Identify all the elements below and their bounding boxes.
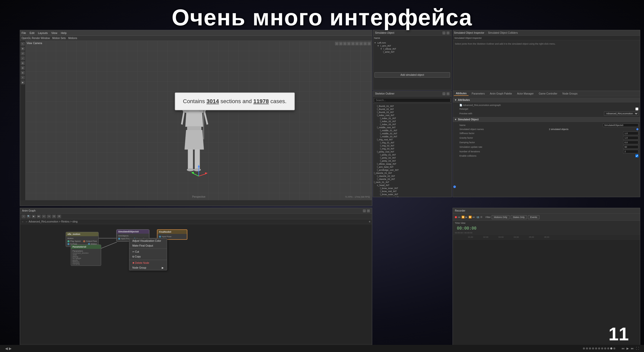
tool-select[interactable]: ↖ xyxy=(21,42,25,46)
recorder-prev[interactable]: ⏮ xyxy=(458,216,460,218)
breadcrumb-nav-fwd[interactable]: → xyxy=(25,220,28,223)
ag-step-icon[interactable]: ⏭ xyxy=(37,215,41,218)
nav-media-prev[interactable]: ⏮ xyxy=(621,347,624,350)
recorder-settings[interactable]: ⚙ xyxy=(480,216,482,218)
tool-grid[interactable]: ⊞ xyxy=(21,61,25,65)
skel-ring03[interactable]: l_ring_03_INT xyxy=(374,147,451,150)
damping-input[interactable] xyxy=(623,141,638,144)
skel-pinky03[interactable]: l_pinky_03_INT xyxy=(374,159,451,162)
recorder-motions-btn[interactable]: Motions Only xyxy=(492,215,510,219)
menu-edit[interactable]: Edit xyxy=(30,31,34,34)
dot-10[interactable] xyxy=(610,347,612,349)
sim-update-input[interactable] xyxy=(623,145,638,149)
menu-view[interactable]: View xyxy=(51,31,57,34)
attr-preview-select[interactable]: Advanced_RinLocomotion xyxy=(604,112,638,116)
anim-graph-minimize[interactable]: _ xyxy=(363,209,366,212)
enable-col-check[interactable] xyxy=(635,154,638,157)
tool-move[interactable]: ✥ xyxy=(21,47,25,51)
sim-tree-leftarm[interactable]: ▼ Left Arm xyxy=(374,41,451,44)
tool-rotate[interactable]: ↺ xyxy=(21,51,25,55)
sim-tree-arm-int[interactable]: ▼ l_arm_INT xyxy=(374,44,451,47)
skel-index-root[interactable]: l_index_root_INT xyxy=(374,114,451,117)
skel-middle02[interactable]: l_middle_02_INT xyxy=(374,132,451,135)
skel-index02[interactable]: l_index_02_INT xyxy=(374,120,451,123)
vp-icon-6[interactable]: □ xyxy=(355,42,359,45)
skel-neck[interactable]: l_neck_01_INT xyxy=(374,181,451,184)
skel-nose[interactable]: c_noseUpper_INT xyxy=(374,196,451,197)
attr-retarget-check[interactable] xyxy=(635,107,638,110)
tab-game-controller[interactable]: Game Controller xyxy=(537,92,559,96)
tool-anim[interactable]: ▶ xyxy=(21,80,25,84)
nav-prev[interactable]: ◀ xyxy=(5,346,8,350)
skel-pinky-root[interactable]: l_pinky_root_INT xyxy=(374,150,451,153)
recorder-step-fwd[interactable]: ⏩ xyxy=(469,216,472,218)
viewport-3d[interactable]: View Camera □ □ □ □ □ □ □ □ □ xyxy=(26,41,372,200)
dot-6[interactable] xyxy=(598,347,600,349)
stiffness-input[interactable] xyxy=(623,132,638,135)
recorder-states-btn[interactable]: States Only xyxy=(511,215,527,219)
skel-ring01[interactable]: l_ring_01_INT xyxy=(374,141,451,144)
vp-icon-7[interactable]: □ xyxy=(359,42,363,45)
tool-options[interactable]: ≡ xyxy=(21,76,25,80)
skel-index01[interactable]: l_index_01_INT xyxy=(374,117,451,120)
ctx-delete[interactable]: ✖ Delete Node xyxy=(129,261,167,265)
skeleton-minimize[interactable]: _ xyxy=(442,92,445,95)
vp-view-menu[interactable]: View xyxy=(27,42,32,45)
ctx-copy[interactable]: ⧉ Copy xyxy=(129,254,167,259)
sim-tree-elbow[interactable]: ▼ l_elbow_INT xyxy=(374,47,451,50)
toolbar-motions[interactable]: Motions xyxy=(68,37,77,40)
nav-media-play[interactable]: ▶ xyxy=(627,347,629,350)
vp-icon-4[interactable]: □ xyxy=(347,42,351,45)
breadcrumb-nav-back[interactable]: ← xyxy=(22,220,24,223)
tab-anim-graph-palette[interactable]: Anim Graph Palette xyxy=(488,92,514,96)
skel-middle03[interactable]: l_middle_03_INT xyxy=(374,135,451,138)
skel-arm-twist[interactable]: l_arm_twist_INT xyxy=(374,165,451,169)
dot-3[interactable] xyxy=(589,347,591,349)
menu-layouts[interactable]: Layouts xyxy=(38,31,48,34)
recorder-camera[interactable]: 📹 xyxy=(476,216,479,218)
dot-2[interactable] xyxy=(586,347,588,349)
ctx-adjust-color[interactable]: Adjust Visualization Color xyxy=(129,238,167,243)
tab-parameters[interactable]: Parameters xyxy=(470,92,487,96)
anim-graph-close[interactable]: × xyxy=(367,209,370,212)
ag-add-icon[interactable]: + xyxy=(22,215,26,218)
recorder-play[interactable]: ▶ xyxy=(466,216,468,218)
ctx-make-final[interactable]: Make Final Output xyxy=(129,243,167,248)
tool-axis[interactable]: ⊕ xyxy=(21,71,25,75)
sim-obj-minimize[interactable]: _ xyxy=(442,31,445,34)
dot-1[interactable] xyxy=(583,347,585,349)
inspector-colliders-tab[interactable]: Simulated Object Colliders xyxy=(488,31,518,34)
skel-thumb02[interactable]: l_thumb_02_INT xyxy=(374,108,451,111)
add-sim-btn[interactable]: Add simulated object xyxy=(374,72,450,78)
tab-node-groups[interactable]: Node Groups xyxy=(560,92,579,96)
node-params[interactable]: Parameters0 Parameters movement_directio… xyxy=(71,245,101,266)
graph-canvas[interactable]: idle_motion Motion Play Speed Output Flo… xyxy=(20,224,372,344)
skel-ring-root[interactable]: l_ring_root_INT xyxy=(374,138,451,141)
recorder-step-back[interactable]: ⏪ xyxy=(461,216,464,218)
dot-11[interactable] xyxy=(613,347,615,349)
nav-media-next[interactable]: ⏭ xyxy=(631,347,634,350)
vp-icon-3[interactable]: □ xyxy=(343,42,347,45)
vp-icon-2[interactable]: □ xyxy=(339,42,343,45)
sim-name-input[interactable] xyxy=(603,123,638,127)
skel-middle01[interactable]: l_middle_01_INT xyxy=(374,129,451,132)
ag-zoom-icon[interactable]: ⊡ xyxy=(52,215,56,218)
menu-file[interactable]: File xyxy=(22,31,26,34)
dot-7[interactable] xyxy=(601,347,603,349)
ag-play-icon[interactable]: ▶ xyxy=(32,215,36,218)
toolbar-opengl[interactable]: OpenGL Render Window xyxy=(22,37,50,40)
skel-brow-inner[interactable]: l_brow_inner_INT xyxy=(374,187,451,190)
skel-head[interactable]: c_head_INT xyxy=(374,184,451,187)
dot-8[interactable] xyxy=(604,347,606,349)
tab-attributes[interactable]: Attributes xyxy=(454,91,469,96)
skel-brow-outer[interactable]: l_brow_outer_INT xyxy=(374,193,451,196)
skel-arm-bulge[interactable]: l_armBulge_corr_INT xyxy=(374,169,451,172)
tab-actor-manager[interactable]: Actor Manager xyxy=(515,92,536,96)
ag-settings-icon[interactable]: ⚙ xyxy=(57,215,61,218)
ag-undo-icon[interactable]: ↩ xyxy=(42,215,46,218)
num-iter-input[interactable] xyxy=(623,150,638,153)
breadcrumb-list-icon[interactable]: ≡ xyxy=(369,220,370,223)
vp-icon-1[interactable]: □ xyxy=(335,42,338,45)
recorder-rec-btn[interactable] xyxy=(455,216,457,218)
dot-5[interactable] xyxy=(595,347,597,349)
